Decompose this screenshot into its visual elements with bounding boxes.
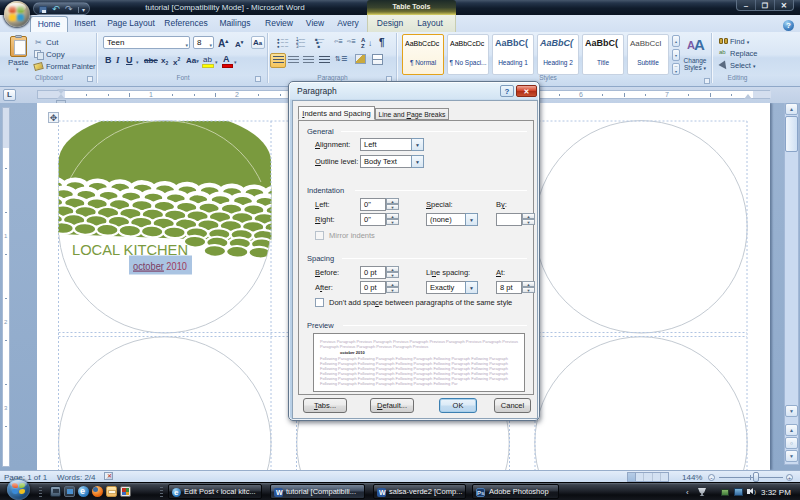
svg-text:october2010: october2010 [133, 260, 187, 272]
svg-text:LOCAL KITCHEN: LOCAL KITCHEN [72, 243, 188, 258]
